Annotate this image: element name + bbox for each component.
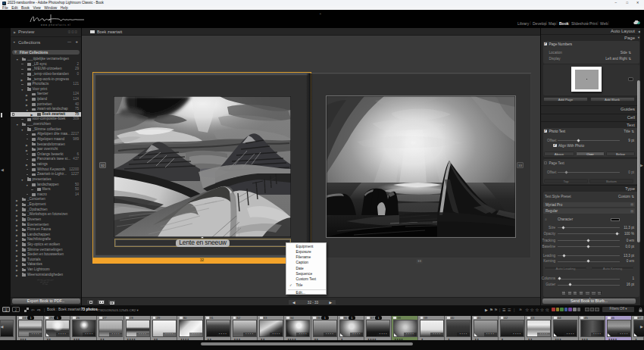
- svg-text:www.photofacts.nl: www.photofacts.nl: [41, 23, 71, 27]
